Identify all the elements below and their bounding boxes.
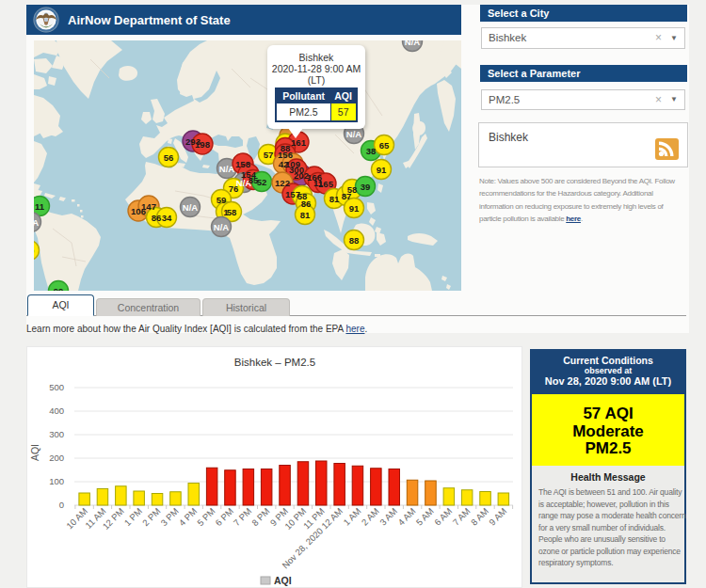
svg-text:9 AM: 9 AM [487, 506, 508, 528]
svg-text:400: 400 [49, 405, 64, 416]
svg-text:6 AM: 6 AM [432, 506, 454, 528]
svg-text:58: 58 [347, 184, 358, 195]
svg-text:0: 0 [59, 500, 64, 510]
svg-text:N/A: N/A [405, 40, 421, 47]
svg-text:56: 56 [164, 152, 174, 163]
svg-text:Bishkek – PM2.5: Bishkek – PM2.5 [234, 357, 315, 368]
svg-text:300: 300 [49, 429, 64, 439]
svg-text:165: 165 [318, 179, 334, 189]
svg-text:57: 57 [264, 150, 274, 160]
svg-text:7 AM: 7 AM [451, 506, 473, 528]
svg-text:52: 52 [257, 177, 267, 187]
svg-text:91: 91 [377, 165, 387, 175]
svg-text:65: 65 [379, 140, 390, 151]
svg-text:161: 161 [291, 137, 307, 148]
svg-text:6 PM: 6 PM [213, 506, 235, 529]
svg-text:200: 200 [49, 453, 64, 463]
svg-text:AQI: AQI [274, 575, 292, 586]
svg-text:99: 99 [54, 286, 64, 292]
svg-text:4 PM: 4 PM [177, 506, 200, 529]
svg-text:300: 300 [289, 165, 304, 175]
svg-text:4 AM: 4 AM [395, 506, 417, 528]
svg-text:500: 500 [49, 382, 64, 392]
svg-text:34: 34 [162, 213, 172, 223]
svg-text:2 PM: 2 PM [140, 506, 163, 529]
svg-text:N/A: N/A [183, 202, 199, 213]
svg-text:122: 122 [275, 178, 290, 188]
svg-text:2 AM: 2 AM [360, 506, 381, 528]
svg-text:11: 11 [35, 201, 45, 212]
svg-text:N/A: N/A [346, 129, 362, 139]
svg-text:N/A: N/A [219, 164, 235, 174]
svg-text:N/A: N/A [34, 217, 39, 228]
svg-text:59: 59 [217, 195, 227, 205]
svg-text:81: 81 [329, 194, 340, 204]
svg-text:198: 198 [195, 139, 210, 150]
svg-text:76: 76 [229, 183, 239, 194]
svg-text:7 PM: 7 PM [232, 506, 254, 529]
svg-text:8 AM: 8 AM [469, 506, 490, 528]
svg-text:1 PM: 1 PM [122, 506, 145, 529]
svg-text:5 AM: 5 AM [414, 506, 436, 528]
svg-text:N/A: N/A [214, 222, 230, 232]
svg-text:1 AM: 1 AM [341, 506, 362, 528]
svg-text:81: 81 [300, 210, 311, 220]
svg-text:86: 86 [152, 213, 162, 223]
svg-text:5 PM: 5 PM [195, 506, 217, 529]
svg-text:3 PM: 3 PM [158, 506, 181, 529]
svg-text:8 PM: 8 PM [249, 506, 272, 529]
svg-text:58: 58 [227, 207, 237, 217]
svg-text:88: 88 [349, 235, 360, 246]
svg-text:39: 39 [361, 182, 371, 192]
svg-text:91: 91 [349, 203, 360, 214]
svg-text:100: 100 [49, 476, 64, 486]
svg-text:AQI: AQI [29, 444, 40, 461]
svg-text:3 AM: 3 AM [377, 506, 399, 528]
svg-text:38: 38 [366, 146, 377, 156]
svg-text:158: 158 [235, 159, 250, 169]
svg-text:147: 147 [141, 201, 156, 212]
svg-text:86: 86 [301, 199, 312, 209]
